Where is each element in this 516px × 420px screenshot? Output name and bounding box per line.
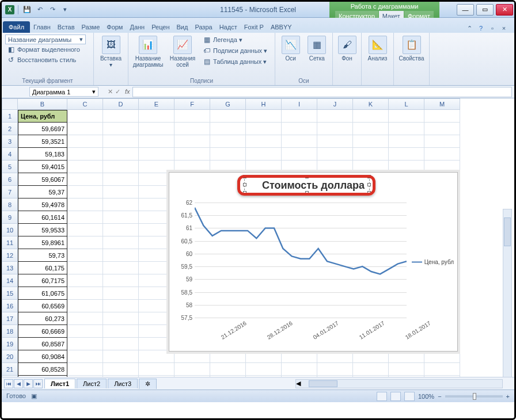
- close-button[interactable]: ✕: [496, 4, 513, 16]
- cell-G2[interactable]: [210, 123, 246, 135]
- cell-M21[interactable]: [424, 363, 460, 376]
- cell-C21[interactable]: [67, 363, 103, 376]
- cell-L20[interactable]: [389, 350, 424, 363]
- tab-insert[interactable]: Встав: [54, 21, 78, 33]
- analysis-button[interactable]: 📐Анализ: [365, 35, 390, 63]
- cell-B11[interactable]: 59,8961: [18, 236, 67, 249]
- minimize-button[interactable]: —: [457, 4, 474, 16]
- format-selection-button[interactable]: ◧Формат выделенного: [5, 44, 90, 55]
- axis-titles-button[interactable]: 📈Названия осей: [166, 35, 199, 69]
- chart-title-button[interactable]: 📊Название диаграммы: [132, 35, 164, 69]
- cell-M3[interactable]: [424, 135, 460, 148]
- tab-formulas[interactable]: Форм: [103, 21, 126, 33]
- cell-H4[interactable]: [246, 148, 282, 161]
- zoom-slider[interactable]: [445, 395, 503, 398]
- cell-M1[interactable]: [424, 110, 460, 123]
- zoom-out-button[interactable]: −: [438, 393, 441, 400]
- cell-C6[interactable]: [67, 173, 103, 186]
- cell-E2[interactable]: [139, 123, 174, 135]
- sheet-tab-1[interactable]: Лист1: [44, 379, 75, 388]
- qat-more[interactable]: ▾: [60, 5, 70, 15]
- cell-C15[interactable]: [67, 287, 103, 300]
- axes-button[interactable]: 📉Оси: [279, 35, 303, 63]
- cell-F20[interactable]: [174, 350, 210, 363]
- col-header-M[interactable]: M: [424, 98, 460, 110]
- cell-D8[interactable]: [103, 198, 139, 211]
- undo-button[interactable]: ↶: [35, 5, 45, 15]
- cell-K1[interactable]: [353, 110, 389, 123]
- row-header-12[interactable]: 12: [2, 249, 18, 262]
- cell-B1[interactable]: Цена, рубл: [18, 110, 67, 123]
- cell-D17[interactable]: [103, 312, 139, 325]
- tab-abbyy[interactable]: ABBYY: [267, 21, 295, 33]
- tab-addins[interactable]: Надст: [216, 21, 241, 33]
- cell-F2[interactable]: [174, 123, 210, 135]
- cell-I20[interactable]: [282, 350, 317, 363]
- row-header-17[interactable]: 17: [2, 312, 18, 325]
- row-header-20[interactable]: 20: [2, 350, 18, 363]
- sheet-nav-last[interactable]: ⏭: [33, 379, 43, 388]
- row-header-19[interactable]: 19: [2, 338, 18, 350]
- cell-C14[interactable]: [67, 274, 103, 287]
- cell-J2[interactable]: [317, 123, 353, 135]
- col-header-C[interactable]: C: [67, 98, 103, 110]
- cell-C9[interactable]: [67, 211, 103, 224]
- cell-C3[interactable]: [67, 135, 103, 148]
- cell-J5[interactable]: [317, 161, 353, 173]
- cell-K5[interactable]: [353, 161, 389, 173]
- select-all-corner[interactable]: [2, 98, 18, 110]
- col-header-F[interactable]: F: [174, 98, 210, 110]
- cell-C5[interactable]: [67, 161, 103, 173]
- cell-B21[interactable]: 60,8528: [18, 363, 67, 376]
- cell-C16[interactable]: [67, 300, 103, 312]
- cell-B16[interactable]: 60,6569: [18, 300, 67, 312]
- cell-H1[interactable]: [246, 110, 282, 123]
- cell-F5[interactable]: [174, 161, 210, 173]
- tab-pagelayout[interactable]: Разме: [78, 21, 104, 33]
- cell-K20[interactable]: [353, 350, 389, 363]
- cell-M2[interactable]: [424, 123, 460, 135]
- cell-E3[interactable]: [139, 135, 174, 148]
- cell-B12[interactable]: 59,73: [18, 249, 67, 262]
- sheet-nav-next[interactable]: ▶: [24, 379, 33, 388]
- cell-D14[interactable]: [103, 274, 139, 287]
- cell-H20[interactable]: [246, 350, 282, 363]
- fx-icon[interactable]: fx: [125, 88, 130, 96]
- cell-K3[interactable]: [353, 135, 389, 148]
- col-header-I[interactable]: I: [282, 98, 317, 110]
- sheet-tab-3[interactable]: Лист3: [108, 379, 138, 388]
- cell-D2[interactable]: [103, 123, 139, 135]
- cell-C20[interactable]: [67, 350, 103, 363]
- cell-C13[interactable]: [67, 262, 103, 274]
- cell-K2[interactable]: [353, 123, 389, 135]
- tab-view[interactable]: Вид: [173, 21, 192, 33]
- row-header-7[interactable]: 7: [2, 186, 18, 198]
- sheet-nav-prev[interactable]: ◀: [14, 379, 23, 388]
- cell-J20[interactable]: [317, 350, 353, 363]
- cell-D11[interactable]: [103, 236, 139, 249]
- cell-B8[interactable]: 59,4978: [18, 198, 67, 211]
- row-header-6[interactable]: 6: [2, 173, 18, 186]
- cell-E20[interactable]: [139, 350, 174, 363]
- embedded-chart[interactable]: Стоимость доллара 57,55858,55959,56060,5…: [169, 172, 458, 352]
- cell-B20[interactable]: 60,9084: [18, 350, 67, 363]
- cell-B6[interactable]: 59,6067: [18, 173, 67, 186]
- cell-C4[interactable]: [67, 148, 103, 161]
- cell-M5[interactable]: [424, 161, 460, 173]
- cell-M20[interactable]: [424, 350, 460, 363]
- legend-button[interactable]: ▦Легенда▾: [201, 35, 268, 45]
- background-button[interactable]: 🖌Фон: [336, 35, 358, 63]
- cell-G3[interactable]: [210, 135, 246, 148]
- gridlines-button[interactable]: ▦Сетка: [305, 35, 329, 63]
- redo-button[interactable]: ↷: [47, 5, 58, 15]
- cell-D6[interactable]: [103, 173, 139, 186]
- cell-C2[interactable]: [67, 123, 103, 135]
- cell-G4[interactable]: [210, 148, 246, 161]
- cell-L3[interactable]: [389, 135, 424, 148]
- cell-H5[interactable]: [246, 161, 282, 173]
- cell-E4[interactable]: [139, 148, 174, 161]
- cell-D16[interactable]: [103, 300, 139, 312]
- cell-G1[interactable]: [210, 110, 246, 123]
- row-header-14[interactable]: 14: [2, 274, 18, 287]
- cell-B5[interactable]: 59,4015: [18, 161, 67, 173]
